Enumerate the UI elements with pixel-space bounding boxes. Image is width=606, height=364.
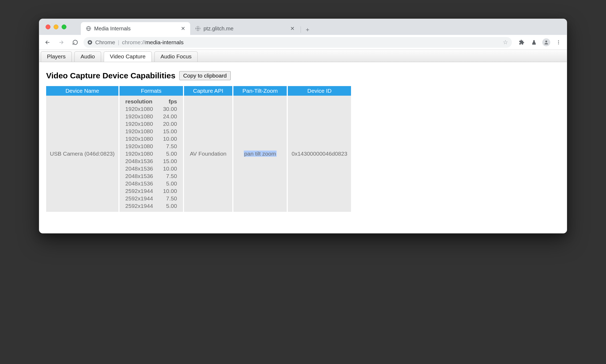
format-row: 1920x10805.00: [123, 150, 179, 157]
zoom-window-button[interactable]: [62, 25, 66, 29]
format-row: 1920x108024.00: [123, 113, 179, 120]
new-tab-button[interactable]: ＋: [302, 24, 313, 35]
toolbar-right: [516, 37, 564, 48]
format-fps: 30.00: [155, 105, 179, 113]
format-fps: 7.50: [155, 172, 179, 180]
omnibox-scheme: chrome://: [122, 39, 145, 45]
svg-point-7: [558, 42, 559, 43]
format-fps: 7.50: [155, 195, 179, 202]
tab-ptz-glitch[interactable]: ptz.glitch.me ✕: [190, 22, 300, 35]
device-id-cell: 0x14300000046d0823: [287, 96, 351, 212]
page-heading: Video Capture Device Capabilities: [46, 71, 176, 80]
bookmark-icon[interactable]: ☆: [503, 39, 508, 46]
close-window-button[interactable]: [46, 25, 50, 29]
format-resolution: 2592x1944: [123, 202, 155, 210]
globe-icon: [86, 26, 91, 31]
table-row: USB Camera (046d:0823)resolutionfps1920x…: [46, 96, 351, 212]
device-name-cell: USB Camera (046d:0823): [46, 96, 119, 212]
svg-point-4: [89, 41, 91, 43]
subtab-bar: Players Audio Video Capture Audio Focus: [39, 50, 567, 62]
toolbar: Chrome | chrome://media-internals ☆: [39, 35, 567, 50]
format-fps: 24.00: [155, 113, 179, 120]
copy-to-clipboard-button[interactable]: Copy to clipboard: [179, 71, 231, 80]
forward-button[interactable]: [56, 37, 67, 48]
overflow-menu-icon[interactable]: [553, 37, 564, 48]
svg-point-6: [558, 40, 559, 41]
format-resolution: 1920x1080: [123, 120, 155, 128]
crosshair-icon: [195, 26, 201, 31]
format-fps: 15.00: [155, 128, 179, 135]
format-row: 1920x108030.00: [123, 105, 179, 113]
format-row: 2048x153610.00: [123, 165, 179, 172]
col-device-name[interactable]: Device Name: [46, 86, 119, 96]
format-fps: 10.00: [155, 165, 179, 172]
format-resolution: 1920x1080: [123, 143, 155, 150]
format-fps: 5.00: [155, 150, 179, 157]
format-row: 1920x108020.00: [123, 120, 179, 128]
back-button[interactable]: [42, 37, 53, 48]
format-resolution: 2048x1536: [123, 180, 155, 187]
svg-point-5: [545, 41, 547, 42]
omnibox-origin-label: Chrome: [95, 39, 115, 46]
format-resolution: 2592x1944: [123, 187, 155, 195]
browser-window: Media Internals ✕ ptz.glitch.me ✕ ＋: [39, 19, 567, 233]
format-resolution: 1920x1080: [123, 135, 155, 143]
format-resolution: 1920x1080: [123, 113, 155, 120]
format-row: 2592x19445.00: [123, 202, 179, 210]
svg-point-8: [558, 43, 559, 44]
reload-button[interactable]: [70, 37, 81, 48]
subtab-audio-focus[interactable]: Audio Focus: [154, 51, 198, 62]
format-fps: 20.00: [155, 120, 179, 128]
omnibox-separator: |: [118, 39, 119, 46]
close-tab-icon[interactable]: ✕: [290, 25, 295, 32]
window-controls: [46, 19, 66, 35]
ptz-cell: pan tilt zoom: [233, 96, 287, 212]
formats-header-fps: fps: [155, 98, 179, 105]
avatar-icon: [542, 38, 550, 46]
page: Players Audio Video Capture Audio Focus …: [39, 50, 567, 233]
svg-point-1: [197, 28, 199, 29]
subtab-audio[interactable]: Audio: [74, 51, 101, 62]
format-resolution: 2048x1536: [123, 157, 155, 165]
tab-title: Media Internals: [94, 26, 131, 32]
col-device-id[interactable]: Device ID: [287, 86, 351, 96]
format-row: 2592x194410.00: [123, 187, 179, 195]
minimize-window-button[interactable]: [54, 25, 58, 29]
site-identity-icon[interactable]: [87, 40, 93, 45]
formats-cell: resolutionfps1920x108030.001920x108024.0…: [119, 96, 184, 212]
format-row: 1920x10807.50: [123, 143, 179, 150]
omnibox-path: media-internals: [145, 39, 184, 45]
address-bar[interactable]: Chrome | chrome://media-internals ☆: [83, 37, 512, 48]
tab-media-internals[interactable]: Media Internals ✕: [81, 22, 190, 35]
format-resolution: 2048x1536: [123, 172, 155, 180]
format-fps: 5.00: [155, 180, 179, 187]
format-fps: 10.00: [155, 187, 179, 195]
content: Video Capture Device Capabilities Copy t…: [39, 62, 567, 233]
col-capture-api[interactable]: Capture API: [184, 86, 233, 96]
profile-button[interactable]: [541, 37, 552, 48]
subtab-players[interactable]: Players: [41, 51, 72, 62]
capture-api-cell: AV Foundation: [184, 96, 233, 212]
col-pan-tilt-zoom[interactable]: Pan-Tilt-Zoom: [233, 86, 287, 96]
col-formats[interactable]: Formats: [119, 86, 184, 96]
format-resolution: 1920x1080: [123, 128, 155, 135]
extensions-icon[interactable]: [516, 37, 527, 48]
device-capabilities-table: Device Name Formats Capture API Pan-Tilt…: [46, 86, 351, 212]
tab-title: ptz.glitch.me: [204, 26, 233, 32]
labs-icon[interactable]: [528, 37, 540, 48]
format-fps: 5.00: [155, 202, 179, 210]
format-row: 2048x15365.00: [123, 180, 179, 187]
format-fps: 10.00: [155, 135, 179, 143]
tabs: Media Internals ✕ ptz.glitch.me ✕ ＋: [81, 19, 313, 35]
format-resolution: 1920x1080: [123, 105, 155, 113]
close-tab-icon[interactable]: ✕: [181, 25, 185, 32]
format-row: 2592x19447.50: [123, 195, 179, 202]
format-row: 1920x108015.00: [123, 128, 179, 135]
format-fps: 15.00: [155, 157, 179, 165]
format-row: 2048x153615.00: [123, 157, 179, 165]
format-resolution: 2048x1536: [123, 165, 155, 172]
ptz-value: pan tilt zoom: [244, 151, 277, 157]
formats-header-resolution: resolution: [123, 98, 155, 105]
tabstrip: Media Internals ✕ ptz.glitch.me ✕ ＋: [39, 19, 567, 35]
subtab-video-capture[interactable]: Video Capture: [104, 51, 152, 62]
